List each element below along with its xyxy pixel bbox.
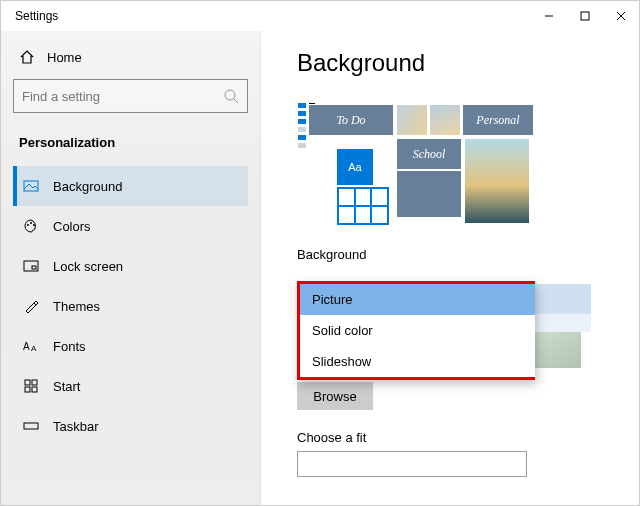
svg-rect-16	[25, 387, 30, 392]
lockscreen-icon	[23, 258, 39, 274]
section-title: Personalization	[19, 135, 248, 150]
dropdown-option-solidcolor[interactable]: Solid color	[300, 315, 535, 346]
minimize-button[interactable]	[531, 1, 567, 31]
nav-item-label: Background	[53, 179, 122, 194]
nav-item-label: Start	[53, 379, 80, 394]
taskbar-icon	[23, 418, 39, 434]
nav-list: Background Colors Lock screen Themes AA …	[13, 166, 248, 446]
sidebar: Home Personalization Background Colors L…	[1, 31, 261, 505]
preview-tile	[397, 171, 461, 217]
svg-rect-15	[32, 380, 37, 385]
home-button[interactable]: Home	[19, 49, 248, 65]
nav-item-colors[interactable]: Colors	[13, 206, 248, 246]
svg-rect-1	[581, 12, 589, 20]
preview-tile-todo: To Do	[309, 105, 393, 135]
preview-tile-school: School	[397, 139, 461, 169]
preview-tile-image	[465, 139, 529, 223]
svg-text:A: A	[23, 341, 30, 352]
preview-grid	[337, 187, 389, 225]
nav-item-fonts[interactable]: AA Fonts	[13, 326, 248, 366]
dropdown-option-slideshow[interactable]: Slideshow	[300, 346, 535, 377]
svg-rect-17	[32, 387, 37, 392]
background-dropdown-open[interactable]: Picture Solid color Slideshow	[297, 281, 535, 380]
themes-icon	[23, 298, 39, 314]
desktop-preview: To Do Personal Aa School	[297, 97, 537, 227]
palette-icon	[23, 218, 39, 234]
svg-point-4	[225, 90, 235, 100]
page-title: Background	[297, 49, 609, 77]
fit-dropdown[interactable]	[297, 451, 527, 477]
dropdown-overflow	[535, 284, 591, 314]
preview-tile-personal: Personal	[463, 105, 533, 135]
fit-label: Choose a fit	[297, 430, 609, 445]
nav-item-lockscreen[interactable]: Lock screen	[13, 246, 248, 286]
svg-point-7	[27, 224, 29, 226]
dropdown-overflow	[535, 314, 591, 332]
start-icon	[23, 378, 39, 394]
svg-rect-18	[24, 423, 38, 429]
nav-item-label: Fonts	[53, 339, 86, 354]
browse-button[interactable]: Browse	[297, 382, 373, 410]
main-pane: Background To Do Personal Aa School Back…	[261, 31, 639, 505]
svg-text:A: A	[31, 344, 37, 353]
search-box[interactable]	[13, 79, 248, 113]
close-button[interactable]	[603, 1, 639, 31]
nav-item-label: Lock screen	[53, 259, 123, 274]
preview-tile-image	[430, 105, 460, 135]
picture-icon	[23, 178, 39, 194]
nav-item-start[interactable]: Start	[13, 366, 248, 406]
dropdown-option-picture[interactable]: Picture	[300, 284, 535, 315]
fonts-icon: AA	[23, 338, 39, 354]
background-label: Background	[297, 247, 609, 262]
nav-item-label: Taskbar	[53, 419, 99, 434]
nav-item-label: Themes	[53, 299, 100, 314]
nav-item-label: Colors	[53, 219, 91, 234]
window-title: Settings	[15, 9, 58, 23]
svg-line-5	[234, 99, 238, 103]
nav-item-background[interactable]: Background	[13, 166, 248, 206]
nav-item-themes[interactable]: Themes	[13, 286, 248, 326]
home-icon	[19, 49, 35, 65]
maximize-button[interactable]	[567, 1, 603, 31]
titlebar: Settings	[1, 1, 639, 31]
preview-tile-image	[397, 105, 427, 135]
svg-rect-14	[25, 380, 30, 385]
search-icon	[223, 88, 239, 104]
preview-sample-tile: Aa	[337, 149, 373, 185]
svg-point-9	[33, 224, 35, 226]
nav-item-taskbar[interactable]: Taskbar	[13, 406, 248, 446]
home-label: Home	[47, 50, 82, 65]
svg-rect-11	[32, 266, 36, 269]
search-input[interactable]	[22, 89, 206, 104]
svg-point-8	[30, 222, 32, 224]
